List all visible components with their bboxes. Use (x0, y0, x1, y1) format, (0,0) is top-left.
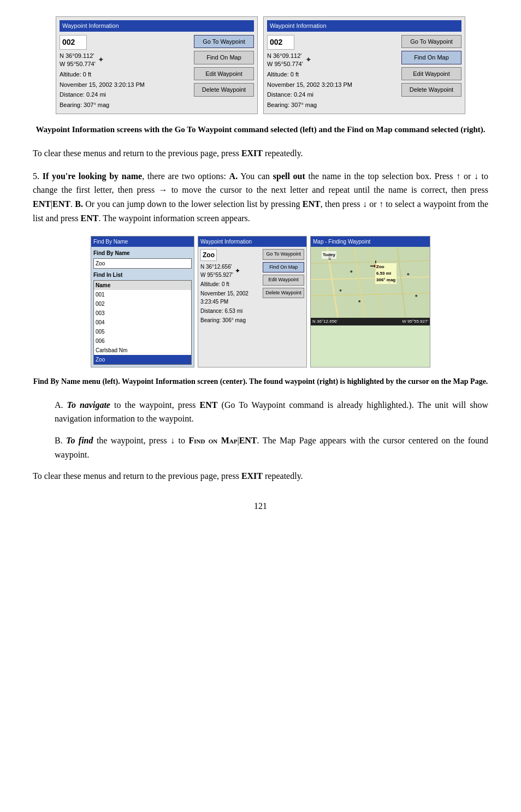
center-info: Zoo N 36°12.656' W 95°55.927' ✦ Altitude… (200, 249, 260, 324)
right-waypoint-screenshot: Waypoint Information 002 N 36°09.112' W … (263, 16, 465, 114)
bottom-screenshots-container: Find By Name Find By Name Zoo Find In Li… (33, 236, 488, 368)
map-body: Tudey Zoo 6.53 mi 306° mag (311, 247, 430, 318)
svg-point-13 (407, 273, 409, 275)
list-item-004[interactable]: 004 (94, 318, 191, 327)
center-buttons: Go To Waypoint Find On Map Edit Waypoint… (263, 249, 304, 324)
map-footer-n: N 36°12.656' (312, 318, 338, 325)
right-edit-waypoint-btn[interactable]: Edit Waypoint (401, 67, 461, 81)
left-delete-waypoint-btn[interactable]: Delete Waypoint (194, 83, 254, 97)
top-caption: Waypoint Information screens with the Go… (33, 124, 488, 135)
list-item-carlsbad[interactable]: Carlsbad Nm (94, 346, 191, 355)
right-waypoint-id: 002 (267, 35, 294, 50)
right-screenshot-info: 002 N 36°09.112' W 95°50.774' ✦ Altitude… (267, 35, 398, 111)
left-screenshot-buttons: Go To Waypoint Find On Map Edit Waypoint… (194, 35, 254, 111)
top-caption-text: Waypoint Information screens with the Go… (35, 125, 485, 134)
left-waypoint-screenshot: Waypoint Information 002 N 36°09.112' W … (56, 16, 258, 114)
right-coord-w-label: W (267, 61, 274, 67)
map-footer: N 36°12.656' W 95°55.927' (311, 318, 430, 325)
map-titlebar: Map - Finding Waypoint (311, 236, 430, 247)
left-find-on-map-btn[interactable]: Find On Map (194, 51, 254, 64)
left-coord-w: 95°50.774' (67, 61, 95, 67)
right-titlebar: Waypoint Information (267, 20, 461, 32)
map-footer-w: W 95°55.927' (402, 318, 428, 325)
center-body: Zoo N 36°12.656' W 95°55.927' ✦ Altitude… (198, 247, 306, 327)
indented-paragraph-a: A. To navigate to the waypoint, press EN… (55, 398, 488, 426)
right-coord-w: 95°50.774' (274, 61, 303, 67)
left-coords: N 36°09.112' W 95°50.774' ✦ (60, 52, 191, 69)
left-titlebar: Waypoint Information (60, 20, 254, 32)
list-item-006[interactable]: 006 (94, 336, 191, 346)
right-coord-n-label: N (267, 52, 273, 59)
center-compass-icon: ✦ (235, 266, 240, 276)
left-waypoint-id: 002 (60, 35, 87, 50)
right-coords: N 36°09.112' W 95°50.774' ✦ (267, 52, 398, 69)
left-coord-n: 36°09.112' (66, 52, 94, 59)
center-go-to-waypoint-btn[interactable]: Go To Waypoint (263, 249, 304, 260)
findname-list-header: Name (94, 281, 191, 290)
center-waypoint-screenshot: Waypoint Information Zoo N 36°12.656' W … (198, 236, 307, 368)
list-item-005[interactable]: 005 (94, 327, 191, 336)
center-find-on-map-btn[interactable]: Find On Map (263, 262, 304, 273)
svg-point-9 (350, 270, 352, 272)
right-find-on-map-btn[interactable]: Find On Map (401, 51, 461, 64)
svg-point-15 (358, 300, 360, 303)
center-bearing: Bearing: 306° mag (200, 316, 260, 324)
right-altitude: Altitude: 0 ft (267, 70, 398, 79)
left-bearing: Bearing: 307° mag (60, 100, 191, 110)
right-distance: Distance: 0.24 mi (267, 90, 398, 99)
svg-point-12 (340, 289, 342, 292)
right-screenshot-buttons: Go To Waypoint Find On Map Edit Waypoint… (401, 35, 461, 111)
center-titlebar: Waypoint Information (198, 236, 306, 247)
center-waypoint-id: Zoo (200, 249, 217, 261)
left-coord-w-label: W (60, 61, 67, 67)
center-distance: Distance: 6.53 mi (200, 307, 260, 315)
findname-list-label: Find In List (93, 271, 192, 279)
map-label-tudey: Tudey (322, 251, 336, 259)
page-number: 121 (33, 500, 488, 513)
right-bearing: Bearing: 307° mag (267, 100, 398, 110)
left-coord-n-label: N (60, 52, 66, 59)
findname-titlebar: Find By Name (91, 236, 194, 247)
bottom-caption: Find By Name menu (left). Waypoint Infor… (33, 376, 488, 387)
left-date: November 15, 2002 3:20:13 PM (60, 80, 191, 90)
indented-paragraph-b: B. To find the waypoint, press ↓ to Find… (55, 434, 488, 461)
findname-label: Find By Name (93, 249, 192, 257)
center-coords: N 36°12.656' W 95°55.927' ✦ (200, 263, 260, 279)
right-delete-waypoint-btn[interactable]: Delete Waypoint (401, 83, 461, 97)
center-coord-text: N 36°12.656' W 95°55.927' (200, 263, 233, 279)
left-edit-waypoint-btn[interactable]: Edit Waypoint (194, 67, 254, 81)
left-distance: Distance: 0.24 mi (60, 90, 191, 99)
right-coord-text: N 36°09.112' W 95°50.774' (267, 52, 303, 69)
left-screenshot-info: 002 N 36°09.112' W 95°50.774' ✦ Altitude… (60, 35, 191, 111)
center-date: November 15, 2002 3:23:45 PM (200, 289, 260, 306)
right-coord-n: 36°09.112' (273, 52, 301, 59)
list-item-003[interactable]: 003 (94, 309, 191, 318)
center-edit-waypoint-btn[interactable]: Edit Waypoint (263, 275, 304, 286)
right-date: November 15, 2002 3:20:13 PM (267, 80, 398, 90)
paragraph1: To clear these menus and return to the p… (33, 146, 488, 161)
top-screenshots-container: Waypoint Information 002 N 36°09.112' W … (33, 16, 488, 114)
map-label-zoo: Zoo 6.53 mi 306° mag (375, 263, 396, 284)
paragraph3: To clear these menus and return to the p… (33, 469, 488, 483)
right-compass-icon: ✦ (305, 54, 312, 66)
left-coord-text: N 36°09.112' W 95°50.774' (60, 52, 96, 69)
left-compass-icon: ✦ (98, 54, 104, 66)
paragraph2: 5. If you're looking by name, there are … (33, 169, 488, 225)
left-altitude: Altitude: 0 ft (60, 70, 191, 79)
indent-b-label: B. (55, 436, 66, 445)
indent-a-label: A. (55, 400, 67, 410)
findname-body: Find By Name Zoo Find In List Name 001 0… (91, 247, 194, 367)
find-by-name-screenshot: Find By Name Find By Name Zoo Find In Li… (91, 236, 194, 368)
map-screenshot: Map - Finding Waypoint (310, 236, 430, 368)
findname-input[interactable]: Zoo (93, 258, 192, 269)
list-item-002[interactable]: 002 (94, 299, 191, 309)
list-item-001[interactable]: 001 (94, 290, 191, 299)
center-altitude: Altitude: 0 ft (200, 280, 260, 288)
findname-list: Name 001 002 003 004 005 006 Carlsbad Nm… (93, 280, 192, 365)
center-delete-waypoint-btn[interactable]: Delete Waypoint (263, 288, 304, 299)
left-go-to-waypoint-btn[interactable]: Go To Waypoint (194, 35, 254, 49)
list-item-zoo[interactable]: Zoo (94, 355, 191, 364)
svg-point-14 (415, 295, 417, 297)
right-go-to-waypoint-btn[interactable]: Go To Waypoint (401, 35, 461, 49)
